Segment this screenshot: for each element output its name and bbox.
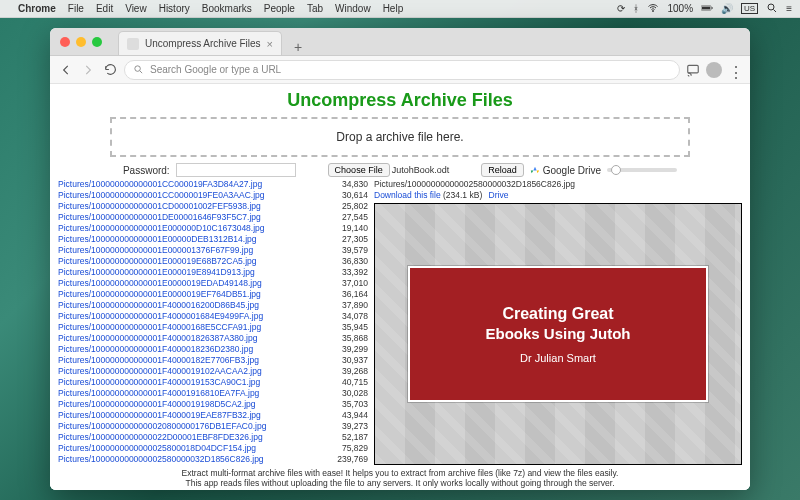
file-link[interactable]: Pictures/100000000000001F4000019198D5CA2… xyxy=(58,399,256,410)
window-zoom-button[interactable] xyxy=(92,37,102,47)
menubar-menu-icon[interactable]: ≡ xyxy=(786,3,792,14)
file-size: 37,890 xyxy=(336,300,368,311)
file-size: 43,944 xyxy=(336,410,368,421)
menu-icon[interactable]: ⋮ xyxy=(728,63,742,77)
file-link[interactable]: Pictures/100000000000001F40001916810EA7F… xyxy=(58,388,259,399)
input-source-icon[interactable]: US xyxy=(741,3,758,14)
google-drive-label: Google Drive xyxy=(543,165,601,176)
menubar-item[interactable]: File xyxy=(68,3,84,14)
svg-rect-3 xyxy=(712,7,713,9)
menubar-item[interactable]: Bookmarks xyxy=(202,3,252,14)
file-size: 39,579 xyxy=(336,245,368,256)
file-link[interactable]: Pictures/1000000000000025800018D04DCF154… xyxy=(58,443,256,454)
file-row: Pictures/1000000000000020800000176DB1EFA… xyxy=(58,421,368,432)
file-row: Pictures/100000000000001F40001916810EA7F… xyxy=(58,388,368,399)
file-link[interactable]: Pictures/100000000000001E00000DEB1312B14… xyxy=(58,234,257,245)
file-link[interactable]: Pictures/100000000000001F40000168E5CCFA9… xyxy=(58,322,261,333)
battery-icon[interactable] xyxy=(701,2,713,16)
file-row: Pictures/100000000000001CC0000019FE0A3AA… xyxy=(58,190,368,201)
file-size: 36,830 xyxy=(336,256,368,267)
file-size: 35,703 xyxy=(336,399,368,410)
file-link[interactable]: Pictures/100000000000001E000001376F67F99… xyxy=(58,245,253,256)
zoom-slider[interactable] xyxy=(607,168,677,172)
file-size: 27,545 xyxy=(336,212,368,223)
menubar-item[interactable]: Help xyxy=(383,3,404,14)
menubar-item[interactable]: People xyxy=(264,3,295,14)
page-title: Uncompress Archive Files xyxy=(50,90,750,111)
file-row: Pictures/100000000000001F4000019102AACAA… xyxy=(58,366,368,377)
file-row: Pictures/100000000000001CD00001002FEF593… xyxy=(58,201,368,212)
svg-rect-6 xyxy=(688,65,699,73)
file-link[interactable]: Pictures/100000000000002580000032D1856C8… xyxy=(58,454,264,465)
menubar-app[interactable]: Chrome xyxy=(18,3,56,14)
new-tab-button[interactable]: + xyxy=(288,39,308,55)
google-drive-button[interactable]: Google Drive xyxy=(530,165,601,176)
window-close-button[interactable] xyxy=(60,37,70,47)
browser-tab[interactable]: Uncompress Archive Files × xyxy=(118,31,282,55)
file-size: 39,299 xyxy=(336,344,368,355)
forward-button[interactable] xyxy=(80,62,96,78)
tab-title: Uncompress Archive Files xyxy=(145,38,261,49)
window-minimize-button[interactable] xyxy=(76,37,86,47)
wifi-icon[interactable] xyxy=(647,2,659,16)
favicon-icon xyxy=(127,38,139,50)
file-link[interactable]: Pictures/100000000000001CC000019FA3D84A2… xyxy=(58,179,262,190)
choose-file-button[interactable]: Choose File xyxy=(328,163,390,177)
file-size: 36,164 xyxy=(336,289,368,300)
file-link[interactable]: Pictures/100000000000001F4000018236D2380… xyxy=(58,344,253,355)
file-link[interactable]: Pictures/100000000000001F400001826387A38… xyxy=(58,333,257,344)
drop-zone[interactable]: Drop a archive file here. xyxy=(110,117,690,157)
file-link[interactable]: Pictures/100000000000001CD00001002FEF593… xyxy=(58,201,261,212)
svg-point-4 xyxy=(768,4,774,10)
address-bar-placeholder: Search Google or type a URL xyxy=(150,64,281,75)
file-row: Pictures/100000000000001F4000016200D86B4… xyxy=(58,300,368,311)
profile-avatar[interactable] xyxy=(706,62,722,78)
file-size: 30,937 xyxy=(336,355,368,366)
file-row: Pictures/100000000000001E0000019EDAD4914… xyxy=(58,278,368,289)
file-link[interactable]: Pictures/100000000000001F4000001684E9499… xyxy=(58,311,263,322)
back-button[interactable] xyxy=(58,62,74,78)
preview-pane: Pictures/10000000000002580000032D1856C82… xyxy=(374,179,742,465)
file-link[interactable]: Pictures/100000000000001E0000019EDAD4914… xyxy=(58,278,262,289)
reload-button[interactable] xyxy=(102,62,118,78)
file-link[interactable]: Pictures/100000000000001F4000019102AACAA… xyxy=(58,366,262,377)
address-bar[interactable]: Search Google or type a URL xyxy=(124,60,680,80)
file-link[interactable]: Pictures/100000000000001F4000019153CA90C… xyxy=(58,377,260,388)
file-size: 239,769 xyxy=(331,454,368,465)
reload-button-page[interactable]: Reload xyxy=(481,163,524,177)
file-link[interactable]: Pictures/100000000000001CC0000019FE0A3AA… xyxy=(58,190,265,201)
menubar-item[interactable]: Edit xyxy=(96,3,113,14)
password-input[interactable] xyxy=(176,163,296,177)
menubar-item[interactable]: Tab xyxy=(307,3,323,14)
file-size: 52,187 xyxy=(336,432,368,443)
drive-link[interactable]: Drive xyxy=(489,190,509,200)
file-row: Pictures/100000000000001F400001826387A38… xyxy=(58,333,368,344)
file-row: Pictures/100000000000001E000019E68B72CA5… xyxy=(58,256,368,267)
volume-icon[interactable]: 🔊 xyxy=(721,3,733,14)
file-row: Pictures/100000000000001DE00001646F93F5C… xyxy=(58,212,368,223)
file-link[interactable]: Pictures/100000000000001E0000019EF764DB5… xyxy=(58,289,261,300)
file-link[interactable]: Pictures/100000000000001E000019E68B72CA5… xyxy=(58,256,257,267)
file-link[interactable]: Pictures/100000000000001F40000182E7706FB… xyxy=(58,355,259,366)
cast-icon[interactable] xyxy=(686,63,700,77)
file-link[interactable]: Pictures/1000000000000022D00001EBF8FDE32… xyxy=(58,432,263,443)
file-link[interactable]: Pictures/100000000000001DE00001646F93F5C… xyxy=(58,212,261,223)
file-size: 39,273 xyxy=(336,421,368,432)
file-link[interactable]: Pictures/100000000000001E000019E8941D913… xyxy=(58,267,255,278)
menubar-item[interactable]: Window xyxy=(335,3,371,14)
menubar-item[interactable]: View xyxy=(125,3,147,14)
file-link[interactable]: Pictures/1000000000000020800000176DB1EFA… xyxy=(58,421,266,432)
preview-image: Creating Great Ebooks Using Jutoh Dr Jul… xyxy=(374,203,742,465)
file-size: 40,715 xyxy=(336,377,368,388)
file-link[interactable]: Pictures/100000000000001F4000016200D86B4… xyxy=(58,300,259,311)
file-link[interactable]: Pictures/100000000000001F4000019EAE87FB3… xyxy=(58,410,261,421)
tab-close-icon[interactable]: × xyxy=(267,38,273,50)
file-size: 30,614 xyxy=(336,190,368,201)
download-link[interactable]: Download this file xyxy=(374,190,441,200)
spotlight-icon[interactable] xyxy=(766,2,778,16)
file-row: Pictures/100000000000002580000032D1856C8… xyxy=(58,454,368,465)
bluetooth-icon[interactable]: ᚼ xyxy=(633,3,639,14)
menubar-item[interactable]: History xyxy=(159,3,190,14)
sync-icon[interactable]: ⟳ xyxy=(617,3,625,14)
file-link[interactable]: Pictures/100000000000001E000000D10C16730… xyxy=(58,223,265,234)
